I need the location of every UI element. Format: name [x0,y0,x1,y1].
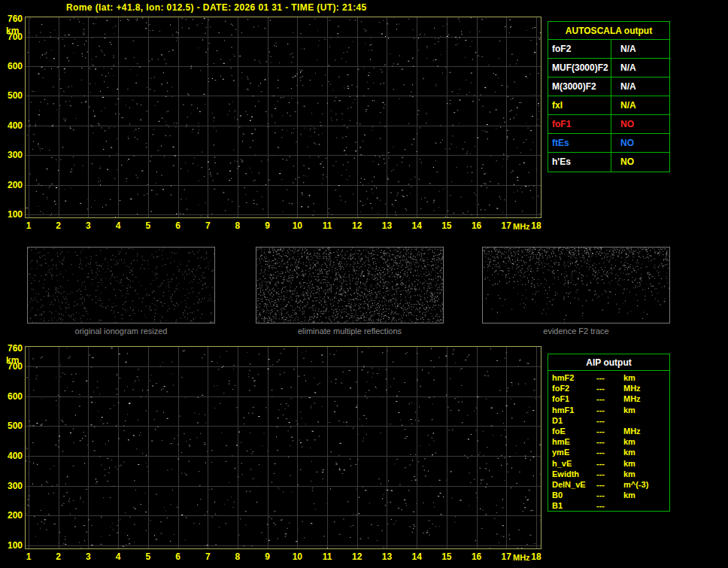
thumbnail-canvas [28,248,214,323]
aip-row-hmF2: hmF2---km [548,373,669,384]
y-tick-700: 700 [3,32,23,42]
y-tick-300: 300 [3,150,23,160]
x-tick-1: 1 [17,220,40,231]
aip-param-value: --- [596,373,623,384]
table-row-muf3000f2: MUF(3000)F2 N/A [548,59,669,77]
aip-row-B0: B0---km [548,491,669,501]
aip-param-unit: km [623,448,669,458]
y-tick-300: 300 [3,481,23,491]
thumbnail-original-ionogram [27,247,215,323]
table-row-fof1: foF1 NO [548,115,669,134]
page-title: Rome (lat: +41.8, lon: 012.5) - DATE: 20… [66,2,367,13]
aip-param-name: foF1 [548,394,596,405]
x-tick-6: 6 [167,220,190,231]
aip-row-foE: foE---MHz [548,427,669,437]
aip-row-foF2: foF2---MHz [548,384,669,394]
x-tick-16: 16 [466,220,488,231]
aip-param-name: DelN_vE [548,480,596,491]
thumbnail-multiple-reflections [256,247,444,323]
x-tick-6: 6 [167,551,190,562]
thumbnail-canvas [483,248,669,323]
x-tick-15: 15 [435,551,458,562]
x-tick-17: 17 [495,220,517,231]
aip-param-name: B1 [548,501,596,512]
aip-param-name: hmF1 [548,405,596,416]
thumbnail-caption-3: evidence F2 trace [482,327,670,336]
table-row-ftes: ftEs NO [548,134,669,153]
y-tick-600: 600 [3,391,23,402]
aip-table-body: hmF2---kmfoF2---MHzfoF1---MHzhmF1---kmD1… [548,371,669,512]
aip-param-unit: km [623,405,669,416]
x-tick-10: 10 [286,220,308,231]
param-label: fxI [548,96,611,114]
x-tick-3: 3 [77,220,99,231]
ionogram-plot-top: km MHz 123456789101112131415161718760700… [25,17,541,218]
aip-row-hmF1: hmF1---km [548,405,669,416]
aip-param-unit: MHz [623,427,669,437]
x-tick-7: 7 [196,551,219,562]
aip-output-table: AIP output hmF2---kmfoF2---MHzfoF1---MHz… [548,354,670,512]
aip-param-name: hmF2 [548,373,596,384]
x-tick-11: 11 [316,551,338,562]
ionogram-plot-bottom: km MHz 123456789101112131415161718760700… [25,346,541,549]
table-row-fxi: fxI N/A [548,96,669,115]
aip-param-unit [623,501,669,512]
x-tick-8: 8 [226,220,249,231]
ionogram-top-canvas [26,17,541,217]
x-tick-14: 14 [405,551,428,562]
y-tick-760: 760 [3,14,23,24]
x-tick-5: 5 [137,220,159,231]
thumbnail-caption-2: eliminate multiple reflections [256,327,444,336]
aip-param-unit: km [623,437,669,448]
table-row-hpes: h'Es NO [548,153,669,172]
aip-param-value: --- [596,394,623,405]
aip-param-name: foE [548,427,596,437]
x-tick-14: 14 [405,220,428,231]
aip-param-name: foF2 [548,384,596,394]
aip-param-unit: km [623,491,669,501]
aip-param-value: --- [596,448,623,458]
x-tick-15: 15 [435,220,458,231]
x-tick-12: 12 [346,551,369,562]
y-tick-400: 400 [3,120,23,131]
x-tick-5: 5 [137,551,159,562]
param-value: NO [611,153,669,172]
aip-param-name: ymE [548,448,596,458]
aip-row-Ewidth: Ewidth---km [548,469,669,480]
aip-param-name: h_vE [548,459,596,469]
param-value: NO [611,134,669,152]
aip-row-foF1: foF1---MHz [548,394,669,405]
aip-row-hmE: hmE---km [548,437,669,448]
x-tick-1: 1 [17,551,40,562]
param-label: h'Es [548,153,611,172]
aip-row-h_vE: h_vE---km [548,459,669,469]
x-tick-11: 11 [316,220,338,231]
aip-param-value: --- [596,469,623,480]
aip-param-value: --- [596,459,623,469]
param-label: MUF(3000)F2 [548,59,611,77]
aip-param-unit: m^(-3) [623,480,669,491]
param-value: N/A [611,77,669,96]
aip-row-DelN_vE: DelN_vE---m^(-3) [548,480,669,491]
aip-param-value: --- [596,501,623,512]
autoscala-table-title: AUTOSCALA output [548,22,669,40]
y-tick-100: 100 [3,209,23,220]
y-tick-700: 700 [3,361,23,372]
table-row-fof2: foF2 N/A [548,40,669,59]
aip-row-ymE: ymE---km [548,448,669,458]
aip-param-value: --- [596,427,623,437]
thumbnail-caption-1: original ionogram resized [27,327,215,336]
table-row-m3000f2: M(3000)F2 N/A [548,77,669,96]
x-tick-2: 2 [47,220,70,231]
x-tick-7: 7 [196,220,219,231]
thumbnail-canvas [256,248,443,323]
ionogram-bottom-canvas [26,347,541,548]
x-tick-12: 12 [346,220,369,231]
aip-row-B1: B1--- [548,501,669,512]
x-tick-13: 13 [375,220,398,231]
aip-param-name: Ewidth [548,469,596,480]
param-value: N/A [611,40,669,58]
y-tick-760: 760 [3,343,23,354]
y-tick-400: 400 [3,451,23,461]
aip-param-value: --- [596,437,623,448]
